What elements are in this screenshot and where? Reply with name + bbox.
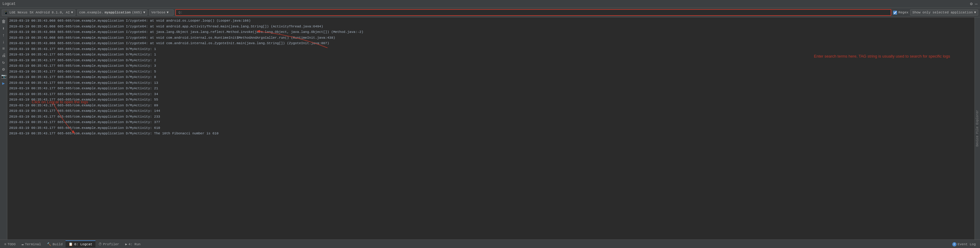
build-icon: 🔨 <box>47 242 51 246</box>
tab-build[interactable]: 🔨 Build <box>44 240 65 247</box>
log-line: 2019-03-19 00:35:43.177 665-665/com.exam… <box>7 91 975 97</box>
log-line: 2019-03-19 00:35:43.177 665-665/com.exam… <box>7 52 975 57</box>
app-label-prefix: com.example. <box>79 11 103 14</box>
main-area: 🗑 ⬇ ↑ ↓ ≡ 🖨 ↻ ⚙ 📷 ▶ 2019-03-19 00:35:43.… <box>0 17 980 240</box>
log-line: 2019-03-19 00:35:43.177 665-665/com.exam… <box>7 69 975 75</box>
log-content[interactable]: 2019-03-19 00:35:43.068 665-665/com.exam… <box>7 17 975 240</box>
log-line: 2019-03-19 00:35:43.068 665-665/com.exam… <box>7 41 975 46</box>
toolbar: 📱 LGE Nexus 5X Android 8.1.0, AI ▼ com.e… <box>0 8 980 17</box>
log-line: 2019-03-19 00:35:43.068 665-665/com.exam… <box>7 18 975 24</box>
log-line: 2019-03-19 00:35:43.177 665-665/com.exam… <box>7 103 975 108</box>
tab-todo[interactable]: ≡ TODO <box>1 241 19 247</box>
level-dropdown[interactable]: Verbose ▼ <box>149 10 173 16</box>
tab-logcat[interactable]: 📋 6: Logcat <box>65 240 95 247</box>
scroll-up-button[interactable]: ↑ <box>1 32 7 38</box>
tab-todo-label: TODO <box>8 243 16 246</box>
show-only-dropdown[interactable]: Show only selected application ▼ <box>910 10 978 16</box>
search-input[interactable] <box>175 9 891 16</box>
restart-button[interactable]: ↻ <box>1 59 7 65</box>
log-line: 2019-03-19 00:35:43.068 665-665/com.exam… <box>7 35 975 41</box>
event-log-badge: 2 <box>952 242 956 246</box>
level-label: Verbose <box>151 11 165 14</box>
log-line: 2019-03-19 00:35:43.177 665-665/com.exam… <box>7 114 975 120</box>
log-line: 2019-03-19 00:35:43.068 665-665/com.exam… <box>7 29 975 35</box>
scroll-to-end-button[interactable]: ⬇ <box>1 25 7 32</box>
app-chevron-icon: ▼ <box>143 11 145 14</box>
log-line: 2019-03-19 00:35:43.068 665-665/com.exam… <box>7 24 975 30</box>
device-icon: 📱 <box>4 11 8 14</box>
bottom-tabs: ≡ TODO ▬ Terminal 🔨 Build 📋 6: Logcat ⏱ … <box>0 240 980 248</box>
right-panel[interactable]: Device File Explorer <box>975 17 980 240</box>
log-line: 2019-03-19 00:35:43.177 665-665/com.exam… <box>7 119 975 125</box>
show-only-chevron-icon: ▼ <box>974 11 976 14</box>
logcat-tab-icon: 📋 <box>68 242 73 246</box>
log-line: 2019-03-19 00:35:43.177 665-665/com.exam… <box>7 86 975 91</box>
tab-profiler[interactable]: ⏱ Profiler <box>95 240 122 247</box>
run-button[interactable]: ▶ <box>1 80 7 86</box>
profiler-icon: ⏱ <box>99 242 102 246</box>
scroll-down-button[interactable]: ↓ <box>1 39 7 45</box>
tab-profiler-label: Profiler <box>103 243 119 246</box>
tab-terminal[interactable]: ▬ Terminal <box>19 241 44 247</box>
log-line: 2019-03-19 00:35:43.177 665-665/com.exam… <box>7 97 975 103</box>
log-line: 2019-03-19 00:35:43.177 665-665/com.exam… <box>7 131 975 137</box>
regex-text: Regex <box>898 11 908 14</box>
screenshot-button[interactable]: 📷 <box>1 73 7 79</box>
device-dropdown[interactable]: 📱 LGE Nexus 5X Android 8.1.0, AI ▼ <box>2 10 75 16</box>
tab-logcat-label: 6: Logcat <box>74 243 92 246</box>
log-line: 2019-03-19 00:35:43.177 665-665/com.exam… <box>7 46 975 52</box>
tab-build-label: Build <box>52 243 62 246</box>
tab-event-log[interactable]: 2 Event Log <box>949 240 979 248</box>
log-line: 2019-03-19 00:35:43.177 665-665/com.exam… <box>7 74 975 80</box>
device-chevron-icon: ▼ <box>71 11 73 14</box>
log-line: 2019-03-19 00:35:43.177 665-665/com.exam… <box>7 125 975 131</box>
filter-button[interactable]: ≡ <box>1 46 7 52</box>
show-only-label: Show only selected application <box>912 11 973 14</box>
terminal-icon: ▬ <box>22 243 24 246</box>
title-bar: Logcat ⚙ — <box>0 0 980 8</box>
settings-icon[interactable]: ⚙ <box>970 1 972 6</box>
minimize-icon[interactable]: — <box>975 2 978 6</box>
print-button[interactable]: 🖨 <box>1 52 7 59</box>
tab-run-label: 4: Run <box>128 243 140 246</box>
log-line: 2019-03-19 00:35:43.177 665-665/com.exam… <box>7 108 975 114</box>
device-file-explorer-label: Device File Explorer <box>976 110 979 146</box>
side-buttons: 🗑 ⬇ ↑ ↓ ≡ 🖨 ↻ ⚙ 📷 ▶ <box>0 17 7 240</box>
todo-icon: ≡ <box>4 243 6 246</box>
logcat-settings-button[interactable]: ⚙ <box>1 66 7 73</box>
app-pid: (665) <box>132 11 142 14</box>
regex-checkbox[interactable] <box>893 11 897 14</box>
device-label: LGE Nexus 5X Android 8.1.0, AI <box>10 11 70 14</box>
app-title: Logcat <box>2 2 16 6</box>
tab-terminal-label: Terminal <box>25 243 41 246</box>
level-chevron-icon: ▼ <box>167 11 169 14</box>
run-icon: ▶ <box>125 242 127 246</box>
log-line: 2019-03-19 00:35:43.177 665-665/com.exam… <box>7 80 975 86</box>
log-line: 2019-03-19 00:35:43.177 665-665/com.exam… <box>7 57 975 64</box>
tab-event-log-label: Event Log <box>958 243 976 246</box>
regex-label: Regex <box>893 11 908 14</box>
app-label-bold: myapplication <box>105 11 131 14</box>
log-line: 2019-03-19 00:35:43.177 665-665/com.exam… <box>7 63 975 69</box>
tab-run[interactable]: ▶ 4: Run <box>122 240 144 247</box>
clear-logcat-button[interactable]: 🗑 <box>1 19 7 25</box>
app-dropdown[interactable]: com.example.myapplication (665) ▼ <box>77 10 148 16</box>
